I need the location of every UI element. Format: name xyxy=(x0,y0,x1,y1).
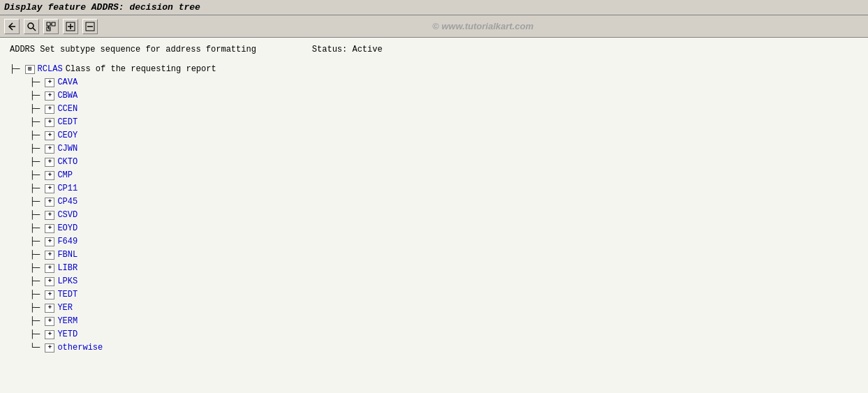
child-folder-icon[interactable]: + xyxy=(45,277,54,286)
child-folder-icon[interactable]: + xyxy=(45,211,54,220)
child-node-label[interactable]: LPKS xyxy=(57,275,78,288)
svg-rect-4 xyxy=(52,22,55,26)
tree-child-node: ├─ +CEDT xyxy=(10,116,858,128)
child-folder-icon[interactable]: + xyxy=(45,171,54,180)
child-node-label[interactable]: CKTO xyxy=(57,156,78,168)
child-folder-icon[interactable]: + xyxy=(45,330,54,339)
child-folder-icon[interactable]: + xyxy=(45,317,54,326)
child-prefix: ├─ xyxy=(10,315,45,327)
tree-child-node: ├─ +CMP xyxy=(10,169,858,181)
tree-child-node: └─ +otherwise xyxy=(10,341,858,354)
expand-icon xyxy=(66,22,75,31)
root-node-desc: Class of the requesting report xyxy=(66,63,216,75)
child-prefix: ├─ xyxy=(10,195,45,208)
child-node-label[interactable]: F649 xyxy=(57,235,78,248)
tree-child-node: ├─ +CCEN xyxy=(10,103,858,115)
tree-child-node: ├─ +CAVA xyxy=(10,76,858,89)
child-prefix: ├─ xyxy=(10,89,45,102)
child-node-label[interactable]: otherwise xyxy=(57,341,103,354)
collapse-button[interactable] xyxy=(82,19,98,34)
tree-child-node: ├─ +TEDT xyxy=(10,288,858,301)
child-folder-icon[interactable]: + xyxy=(45,105,54,114)
child-folder-icon[interactable]: + xyxy=(45,144,54,154)
svg-point-1 xyxy=(28,23,34,29)
child-prefix: ├─ xyxy=(10,129,45,142)
child-folder-icon[interactable]: + xyxy=(45,304,54,313)
main-content: ADDRS Set subtype sequence for address f… xyxy=(0,38,868,393)
tree-child-node: ├─ +EOYD xyxy=(10,222,858,235)
child-node-label[interactable]: YERM xyxy=(57,315,78,327)
child-folder-icon[interactable]: + xyxy=(45,237,54,246)
tree-child-node: ├─ +CBWA xyxy=(10,89,858,102)
tree-child-node: ├─ +YETD xyxy=(10,328,858,341)
tree-child-node: ├─ +CP45 xyxy=(10,195,858,208)
child-prefix: ├─ xyxy=(10,249,45,261)
child-folder-icon[interactable]: + xyxy=(45,224,54,233)
child-node-label[interactable]: CP11 xyxy=(57,182,78,195)
status-label: Status: Active xyxy=(312,45,383,54)
child-node-label[interactable]: YETD xyxy=(57,328,78,341)
back-icon xyxy=(7,22,17,31)
svg-rect-3 xyxy=(47,22,50,26)
child-node-label[interactable]: CEOY xyxy=(57,129,78,142)
root-folder-icon[interactable]: ⊞ xyxy=(25,65,35,74)
child-node-label[interactable]: FBNL xyxy=(57,249,78,261)
tree-child-node: ├─ +YER xyxy=(10,302,858,314)
child-folder-icon[interactable]: + xyxy=(45,131,54,140)
child-prefix: ├─ xyxy=(10,76,45,89)
child-prefix: ├─ xyxy=(10,262,45,274)
child-prefix: ├─ xyxy=(10,116,45,128)
tree-child-node: ├─ +CSVD xyxy=(10,209,858,221)
child-node-label[interactable]: TEDT xyxy=(57,288,78,301)
child-folder-icon[interactable]: + xyxy=(45,264,54,273)
collapse-icon xyxy=(85,22,95,31)
tree-button[interactable] xyxy=(43,19,59,34)
child-node-label[interactable]: CSVD xyxy=(57,209,78,221)
child-node-label[interactable]: LIBR xyxy=(57,262,78,274)
feature-description: ADDRS Set subtype sequence for address f… xyxy=(10,45,256,54)
child-prefix: ├─ xyxy=(10,275,45,288)
child-node-label[interactable]: YER xyxy=(57,302,73,314)
child-prefix: └─ xyxy=(10,341,45,354)
child-prefix: ├─ xyxy=(10,209,45,221)
child-folder-icon[interactable]: + xyxy=(45,91,54,101)
child-prefix: ├─ xyxy=(10,328,45,341)
root-node: ├─ ⊞ RCLAS Class of the requesting repor… xyxy=(10,63,858,75)
child-folder-icon[interactable]: + xyxy=(45,290,54,299)
child-folder-icon[interactable]: + xyxy=(45,198,54,207)
child-prefix: ├─ xyxy=(10,302,45,314)
child-nodes: ├─ +CAVA ├─ +CBWA ├─ +CCEN ├─ +CEDT ├─ +… xyxy=(10,76,858,354)
child-prefix: ├─ xyxy=(10,235,45,248)
title-text: Display feature ADDRS: decision tree xyxy=(4,2,200,13)
child-folder-icon[interactable]: + xyxy=(45,251,54,260)
child-node-label[interactable]: CAVA xyxy=(57,76,78,89)
search-button[interactable] xyxy=(24,19,39,34)
search-icon xyxy=(27,22,36,31)
child-node-label[interactable]: CBWA xyxy=(57,89,78,102)
child-prefix: ├─ xyxy=(10,288,45,301)
child-folder-icon[interactable]: + xyxy=(45,184,54,193)
child-node-label[interactable]: CP45 xyxy=(57,195,78,208)
child-node-label[interactable]: EOYD xyxy=(57,222,78,235)
tree-child-node: ├─ +FBNL xyxy=(10,249,858,261)
child-node-label[interactable]: CCEN xyxy=(57,103,78,115)
toolbar: © www.tutorialkart.com xyxy=(0,15,868,38)
back-button[interactable] xyxy=(4,19,20,34)
root-node-label[interactable]: RCLAS xyxy=(38,63,63,75)
child-folder-icon[interactable]: + xyxy=(45,343,54,353)
child-node-label[interactable]: CMP xyxy=(57,169,73,181)
tree-child-node: ├─ +YERM xyxy=(10,315,858,327)
child-folder-icon[interactable]: + xyxy=(45,158,54,167)
expand-button[interactable] xyxy=(63,19,78,34)
child-node-label[interactable]: CEDT xyxy=(57,116,78,128)
child-node-label[interactable]: CJWN xyxy=(57,142,78,155)
root-prefix: ├─ xyxy=(10,63,25,75)
child-folder-icon[interactable]: + xyxy=(45,118,54,127)
child-prefix: ├─ xyxy=(10,142,45,155)
child-prefix: ├─ xyxy=(10,182,45,195)
tree-child-node: ├─ +LPKS xyxy=(10,275,858,288)
feature-info: ADDRS Set subtype sequence for address f… xyxy=(10,45,858,54)
child-folder-icon[interactable]: + xyxy=(45,78,54,87)
tree-child-node: ├─ +CKTO xyxy=(10,156,858,168)
tree-child-node: ├─ +F649 xyxy=(10,235,858,248)
